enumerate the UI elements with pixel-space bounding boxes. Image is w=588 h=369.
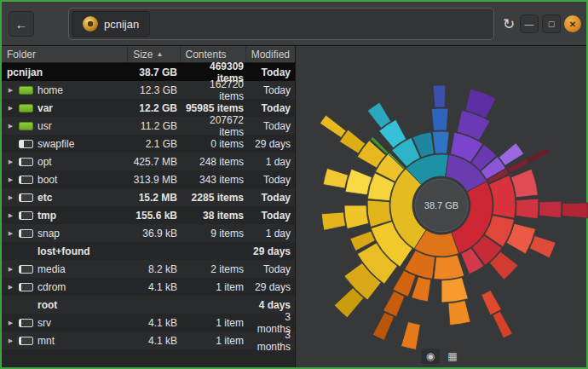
table-row[interactable]: pcnijan38.7 GB469309 itemsToday (2, 63, 295, 81)
expander-icon[interactable]: ▶ (7, 105, 14, 112)
folder-modified: 1 day (249, 228, 295, 239)
usage-bar-icon (19, 86, 33, 95)
table-row[interactable]: lost+found29 days (2, 242, 295, 260)
folder-size: 38.7 GB (130, 66, 182, 78)
total-size-label: 38.7 GB (424, 200, 458, 210)
ring-segment[interactable] (511, 169, 539, 198)
ring-segment[interactable] (516, 199, 539, 219)
ring-segment[interactable] (431, 108, 448, 130)
folder-name-cell: ▶srv (2, 317, 130, 329)
expander-icon[interactable]: ▶ (7, 230, 14, 237)
column-header-folder[interactable]: Folder (2, 46, 128, 62)
rings-chart-icon: ◉ (426, 350, 435, 362)
table-row[interactable]: ▶boot313.9 MB343 itemsToday (2, 170, 295, 188)
ring-segment[interactable] (344, 205, 369, 229)
usage-bar-icon (19, 319, 33, 327)
ring-segment[interactable] (441, 278, 468, 303)
folder-modified: 29 days (249, 138, 295, 150)
folder-name-cell: lost+found (2, 245, 130, 257)
folder-name-cell: ▶boot (2, 174, 130, 186)
folder-contents: 1 item (182, 281, 249, 293)
table-row[interactable]: ▶etc15.2 MB2285 itemsToday (2, 188, 295, 206)
close-button[interactable]: ✕ (564, 15, 581, 32)
toolbar: ← pcnijan ↻ — ▢ ✕ (2, 2, 586, 46)
folder-contents: 9 items (182, 228, 249, 239)
table-row[interactable]: ▶media8.2 kB2 itemsToday (2, 260, 295, 278)
expander-icon[interactable]: ▶ (7, 320, 14, 326)
expander-icon[interactable]: ▶ (7, 159, 14, 165)
column-label: Size (133, 49, 153, 61)
ring-segment[interactable] (562, 203, 588, 218)
ring-segment[interactable] (401, 322, 421, 350)
folder-modified: Today (249, 263, 295, 275)
close-icon: ✕ (569, 20, 576, 29)
table-row[interactable]: ▶usr11.2 GB207672 itemsToday (2, 117, 295, 135)
usage-bar-icon (19, 122, 33, 130)
usage-bar-icon (19, 283, 33, 291)
expander-icon[interactable]: ▶ (7, 87, 14, 94)
folder-modified: 3 months (249, 329, 295, 353)
table-row[interactable]: ▶mnt4.1 kB1 item3 months (2, 332, 295, 349)
app-window: ← pcnijan ↻ — ▢ ✕ Folder Size (0, 0, 588, 369)
folder-modified: 4 days (249, 299, 295, 311)
table-row[interactable]: ▶opt425.7 MB248 items1 day (2, 153, 295, 170)
expander-icon[interactable]: ▶ (7, 284, 14, 291)
ring-segment[interactable] (345, 169, 372, 194)
table-row[interactable]: swapfile2.1 GB0 items29 days (2, 135, 295, 153)
folder-name-cell: ▶var (2, 102, 130, 114)
folder-name-cell: ▶cdrom (2, 281, 130, 293)
expander-icon[interactable]: ▶ (7, 194, 14, 201)
column-header-size[interactable]: Size ▲ (128, 46, 180, 62)
expander-icon[interactable]: ▶ (7, 337, 14, 344)
ring-segment[interactable] (434, 255, 464, 280)
folder-modified: Today (249, 192, 295, 204)
table-row[interactable]: ▶home12.3 GB162720 itemsToday (2, 81, 295, 99)
table-row[interactable]: ▶tmp155.6 kB38 itemsToday (2, 206, 295, 224)
folder-modified: Today (249, 66, 295, 78)
folder-modified: 29 days (249, 245, 295, 257)
ring-segment[interactable] (448, 301, 470, 326)
ring-segment[interactable] (527, 148, 550, 163)
folder-modified: Today (249, 210, 295, 222)
expander-icon[interactable]: ▶ (7, 176, 14, 183)
ring-segment[interactable] (493, 311, 512, 338)
folder-name: etc (37, 192, 52, 204)
column-header-modified[interactable]: Modified (246, 46, 295, 62)
folder-name: var (37, 102, 53, 114)
ring-segment[interactable] (539, 201, 562, 218)
ring-segment[interactable] (433, 85, 446, 107)
rings-chart-panel: 38.7 GB ◉ ▦ (297, 46, 586, 367)
expander-icon[interactable]: ▶ (7, 212, 14, 219)
expander-icon[interactable]: ▶ (7, 266, 14, 273)
ring-segment[interactable] (320, 115, 346, 137)
table-row[interactable]: ▶cdrom4.1 kB1 item29 days (2, 278, 295, 296)
rings-chart[interactable]: 38.7 GB (297, 46, 588, 369)
ring-segment[interactable] (481, 291, 502, 315)
ring-segment[interactable] (321, 212, 345, 230)
ring-segment[interactable] (432, 131, 449, 153)
treemap-view-button[interactable]: ▦ (443, 349, 462, 364)
usage-bar-icon (19, 265, 33, 274)
usage-bar-icon (19, 211, 33, 220)
folder-name: cdrom (37, 281, 66, 293)
folder-contents: 248 items (182, 156, 249, 168)
folder-name-cell: ▶opt (2, 156, 130, 168)
ring-segment[interactable] (529, 236, 556, 258)
maximize-button[interactable]: ▢ (542, 14, 561, 33)
expander-icon[interactable]: ▶ (7, 123, 14, 130)
ring-segment[interactable] (372, 312, 394, 340)
folder-size: 4.1 kB (130, 317, 182, 329)
rings-view-button[interactable]: ◉ (421, 349, 440, 364)
table-row[interactable]: ▶snap36.9 kB9 items1 day (2, 224, 295, 242)
minimize-icon: — (525, 19, 534, 29)
table-row[interactable]: ▶var12.2 GB95985 itemsToday (2, 99, 295, 117)
folder-modified: 29 days (249, 281, 295, 293)
back-button[interactable]: ← (9, 11, 34, 37)
folder-contents: 1 item (182, 317, 249, 329)
sort-arrow-icon: ▲ (157, 50, 164, 58)
disk-icon (83, 16, 98, 32)
minimize-button[interactable]: — (520, 14, 539, 33)
ring-segment[interactable] (323, 168, 348, 188)
location-button[interactable]: pcnijan (72, 11, 150, 37)
refresh-button[interactable]: ↻ (498, 13, 520, 35)
